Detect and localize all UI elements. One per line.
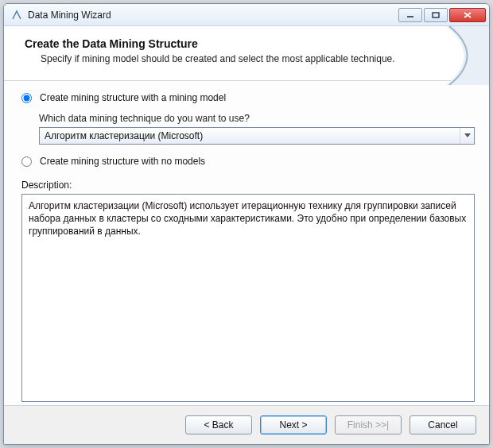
page-subtitle: Specify if mining model should be create… xyxy=(41,53,475,64)
minimize-button[interactable] xyxy=(398,8,422,22)
next-button[interactable]: Next > xyxy=(260,415,327,434)
page-title: Create the Data Mining Structure xyxy=(25,37,475,50)
wizard-window: Data Mining Wizard Create the Data Minin… xyxy=(3,3,490,445)
description-label: Description: xyxy=(21,180,475,191)
maximize-button[interactable] xyxy=(424,8,448,22)
radio-no-model-label: Create mining structure with no models xyxy=(40,156,205,167)
radio-no-model-input[interactable] xyxy=(21,156,32,167)
technique-block: Which data mining technique do you want … xyxy=(39,113,475,145)
description-text[interactable] xyxy=(21,194,475,402)
wizard-content: Create mining structure with a mining mo… xyxy=(4,81,489,405)
radio-with-model-label: Create mining structure with a mining mo… xyxy=(40,92,226,103)
technique-selected: Алгоритм кластеризации (Microsoft) xyxy=(40,130,460,141)
radio-no-model[interactable]: Create mining structure with no models xyxy=(21,156,475,167)
technique-dropdown[interactable]: Алгоритм кластеризации (Microsoft) xyxy=(39,127,475,145)
window-title: Data Mining Wizard xyxy=(28,10,398,21)
close-button[interactable] xyxy=(449,8,486,22)
app-icon xyxy=(10,9,23,21)
radio-with-model[interactable]: Create mining structure with a mining mo… xyxy=(21,92,475,103)
titlebar[interactable]: Data Mining Wizard xyxy=(4,4,489,26)
back-button[interactable]: < Back xyxy=(185,415,252,434)
chevron-down-icon xyxy=(460,128,474,144)
finish-button[interactable]: Finish >>| xyxy=(335,415,402,434)
svg-rect-1 xyxy=(433,13,439,17)
wizard-footer: < Back Next > Finish >>| Cancel xyxy=(4,405,489,444)
window-controls xyxy=(398,8,486,22)
wizard-header: Create the Data Mining Structure Specify… xyxy=(4,26,489,81)
cancel-button[interactable]: Cancel xyxy=(410,415,476,434)
radio-with-model-input[interactable] xyxy=(21,93,32,103)
technique-prompt: Which data mining technique do you want … xyxy=(39,113,475,124)
